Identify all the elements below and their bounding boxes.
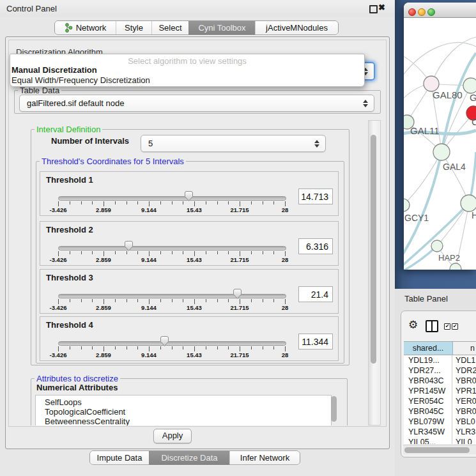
attributes-list-scrollbar[interactable] (331, 396, 337, 422)
slider-tick (81, 299, 82, 302)
table-row[interactable]: YPR145WYPR1 (404, 386, 476, 396)
popup-item-equal-width[interactable]: Equal Width/Frequency Discretization (12, 75, 150, 85)
table-row[interactable]: YER054CYER0 (404, 396, 476, 406)
slider-tick-label: -3.426 (39, 351, 77, 358)
table-cell[interactable]: YDR27... (404, 365, 452, 376)
threshold-panel: Threshold 2-3.4262.8599.14415.4321.71528 (40, 221, 339, 266)
slider-tick (160, 299, 161, 302)
slider-tick (273, 299, 274, 302)
slider-tick (206, 299, 206, 302)
settings-scrollbar-track[interactable] (368, 120, 381, 426)
slider-tick-label: 9.144 (130, 256, 168, 263)
table-row[interactable]: YDR27...YDR2 (404, 365, 476, 376)
numerical-attributes-list[interactable]: SelfLoopsTopologicalCoefficientBetweenne… (35, 395, 332, 426)
slider-track[interactable] (58, 196, 286, 201)
slider-tick (240, 346, 240, 351)
node-gal4[interactable] (433, 144, 450, 160)
table-row[interactable]: YBR043CYBR0 (404, 376, 476, 386)
threshold-value-field[interactable] (298, 286, 333, 302)
threshold-value-field[interactable] (298, 188, 333, 204)
table-row[interactable]: YBR045CYBR0 (404, 406, 476, 417)
tab-discretize-data[interactable]: Discretize Data (149, 451, 229, 464)
attribute-list-item[interactable]: TopologicalCoefficient (36, 407, 331, 417)
slider-thumb[interactable] (160, 335, 169, 347)
slider-tick (58, 346, 59, 351)
slider-tick-label: 15.43 (175, 304, 213, 311)
table-hscrollbar-thumb[interactable] (404, 447, 470, 453)
tab-jactivemnodules[interactable]: jActiveMNodules (255, 21, 338, 35)
table-data-combobox[interactable]: galFiltered.sif default node (19, 95, 374, 112)
close-traffic-light-icon[interactable] (408, 8, 416, 16)
network-view-window[interactable]: GAL80 GA GAL11 C GAL4 GCY1 H HAP2 (404, 3, 476, 270)
table-cell[interactable]: YBR043C (404, 376, 452, 386)
tab-style[interactable]: Style (116, 21, 151, 35)
table-header-row: shared... n (404, 341, 476, 355)
slider-tick-label: -3.426 (39, 206, 77, 213)
slider-track[interactable] (58, 341, 286, 346)
table-cell[interactable]: YBR0 (452, 406, 476, 417)
table-cell[interactable]: YPR145W (404, 386, 452, 396)
table-row[interactable]: YIL05...YIL0 (404, 437, 476, 444)
tab-network[interactable]: Network (55, 21, 116, 35)
settings-scrollbar-thumb[interactable] (371, 135, 376, 364)
table-data-legend: Table Data (18, 86, 61, 95)
table-cell[interactable]: YIL05... (404, 437, 452, 444)
checkbox-icon[interactable]: ✔ (444, 323, 450, 330)
table-cell[interactable]: YBR0 (452, 376, 476, 386)
attribute-list-item[interactable]: BetweennessCentrality (36, 417, 331, 426)
interval-definition-legend: Interval Definition (35, 125, 102, 134)
table-cell[interactable]: YER054C (404, 396, 452, 406)
num-intervals-combobox[interactable]: 5 (141, 135, 326, 152)
table-row[interactable]: YBL079WYBL0 (404, 417, 476, 427)
popup-item-manual[interactable]: Manual Discretization (12, 65, 97, 75)
node-hap2[interactable] (431, 240, 443, 252)
close-icon[interactable]: ✖ (378, 3, 385, 12)
table-row[interactable]: YDL19...YDL1 (404, 355, 476, 365)
apply-button[interactable]: Apply (153, 429, 192, 443)
node-label: H (472, 210, 476, 220)
slider-tick (228, 346, 229, 349)
column-header-name[interactable]: n (453, 342, 476, 355)
slider-thumb[interactable] (233, 288, 242, 300)
threshold-value-field[interactable] (298, 334, 333, 349)
column-header-shared-name[interactable]: shared... (404, 342, 453, 355)
tab-impute-data[interactable]: Impute Data (90, 451, 149, 464)
network-labels: GAL80 GA GAL11 C GAL4 GCY1 H HAP2 (404, 89, 476, 263)
network-window-titlebar[interactable] (404, 3, 476, 18)
network-nodes[interactable] (404, 76, 476, 270)
float-window-icon[interactable] (369, 5, 378, 13)
table-cell[interactable]: YLR3 (452, 427, 476, 437)
tab-cyni-toolbox[interactable]: Cyni Toolbox (188, 21, 255, 35)
table-cell[interactable]: YLR345W (404, 427, 452, 437)
table-cell[interactable]: YIL0 (452, 437, 476, 444)
threshold-value-field[interactable] (298, 238, 333, 254)
table-row[interactable]: YLR345WYLR3 (404, 427, 476, 437)
network-canvas[interactable]: GAL80 GA GAL11 C GAL4 GCY1 H HAP2 (404, 18, 476, 270)
gear-icon[interactable]: ⚙ (408, 319, 418, 330)
table-cell[interactable]: YBL079W (404, 417, 452, 427)
tab-infer-network[interactable]: Infer Network (229, 451, 300, 464)
slider-thumb[interactable] (184, 190, 194, 202)
zoom-traffic-light-icon[interactable] (427, 8, 435, 16)
node-gcy1[interactable] (404, 199, 410, 211)
checkbox-icon[interactable]: ✔ (452, 323, 458, 330)
minimize-traffic-light-icon[interactable] (418, 8, 426, 16)
table-cell[interactable]: YBR045C (404, 406, 452, 417)
node-partial-right[interactable] (463, 78, 476, 93)
slider-track[interactable] (58, 246, 286, 250)
table-cell[interactable]: YDL19... (404, 355, 452, 365)
tab-label: Select (158, 23, 181, 33)
node-h[interactable] (461, 195, 476, 211)
column-split-icon[interactable] (426, 320, 438, 332)
slider-track[interactable] (58, 294, 286, 298)
table-hscrollbar-track[interactable] (403, 445, 476, 454)
table-cell[interactable]: YDR2 (452, 365, 476, 376)
attribute-list-item[interactable]: SelfLoops (36, 397, 331, 407)
table-cell[interactable]: YER0 (452, 396, 476, 406)
node-table: shared... n YDL19...YDL1YDR27...YDR2YBR0… (404, 341, 476, 444)
table-cell[interactable]: YPR1 (452, 386, 476, 396)
table-cell[interactable]: YDL1 (452, 355, 476, 365)
tab-select[interactable]: Select (151, 21, 188, 35)
table-cell[interactable]: YBL0 (452, 417, 476, 427)
slider-thumb[interactable] (124, 240, 134, 252)
